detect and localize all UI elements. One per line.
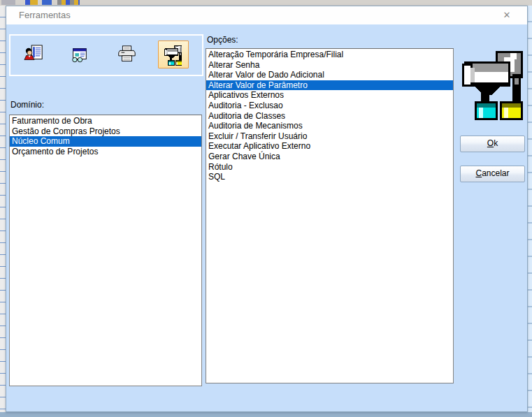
cancel-button[interactable]: Cancelar (460, 166, 525, 182)
list-item[interactable]: Núcleo Comum (10, 136, 201, 147)
list-item[interactable]: Alterar Valor de Dado Adicional (206, 70, 453, 80)
dialog-client-area: Domínio: Faturamento de ObraGestão de Co… (6, 24, 527, 411)
domain-label: Domínio: (10, 100, 44, 110)
list-item[interactable]: Orçamento de Projetos (10, 147, 201, 157)
background-window-sliver-bottom (0, 412, 532, 417)
list-item[interactable]: Faturamento de Obra (10, 116, 201, 126)
toolbar-button-tools[interactable] (158, 41, 189, 68)
list-item[interactable]: SQL (206, 172, 453, 182)
list-item[interactable]: Excluir / Transferir Usuário (206, 131, 453, 142)
background-icon-fragment (42, 0, 52, 5)
ok-button[interactable]: Ok (460, 136, 525, 152)
background-window-sliver-right (528, 6, 532, 412)
background-icon-fragment (1, 0, 15, 5)
cancel-button-accel: C (475, 168, 482, 178)
background-window-sliver-top (0, 0, 532, 6)
title-bar: Ferramentas ✕ (6, 6, 527, 24)
options-listbox[interactable]: Alteração Temporária Empresa/FilialAlter… (206, 48, 454, 383)
list-item[interactable]: Alteração Temporária Empresa/Filial (206, 50, 453, 60)
user-report-icon (23, 44, 44, 65)
cancel-button-rest: ancelar (482, 168, 509, 178)
domain-listbox[interactable]: Faturamento de ObraGestão de Compras Pro… (9, 115, 202, 386)
list-item[interactable]: Alterar Senha (206, 60, 453, 71)
toolbar-button-preview[interactable] (64, 41, 94, 68)
list-item[interactable]: Aplicativos Externos (206, 90, 453, 101)
background-window-sliver-left (0, 6, 6, 412)
tools-illustration-icon (462, 47, 525, 120)
print-icon (116, 44, 137, 65)
list-item[interactable]: Gestão de Compras Projetos (10, 126, 201, 137)
preview-icon (69, 44, 89, 65)
list-item[interactable]: Rótulo (206, 162, 453, 173)
list-item[interactable]: Alterar Valor de Parâmetro (206, 80, 453, 91)
list-item[interactable]: Auditoria de Mecanismos (206, 121, 453, 131)
list-item[interactable]: Auditoria de Classes (206, 111, 453, 122)
background-icon-fragment (57, 0, 80, 5)
toolbar-button-user-report[interactable] (18, 41, 49, 68)
list-item[interactable]: Executar Aplicativo Externo (206, 141, 453, 152)
toolbar-panel (9, 34, 203, 76)
background-icon-fragment (25, 0, 38, 5)
options-label: Opções: (207, 35, 238, 45)
window-title: Ferramentas (19, 6, 71, 24)
close-icon[interactable]: ✕ (496, 6, 517, 24)
list-item[interactable]: Auditoria - Exclusao (206, 101, 453, 111)
tools-icon (164, 44, 183, 66)
list-item[interactable]: Gerar Chave Única (206, 152, 453, 162)
ok-button-accel: O (487, 138, 494, 148)
ok-button-rest: k (494, 138, 498, 148)
ferramentas-dialog: Ferramentas ✕ Domínio: Faturamento de Ob… (6, 6, 528, 412)
toolbar-button-print[interactable] (111, 41, 142, 68)
